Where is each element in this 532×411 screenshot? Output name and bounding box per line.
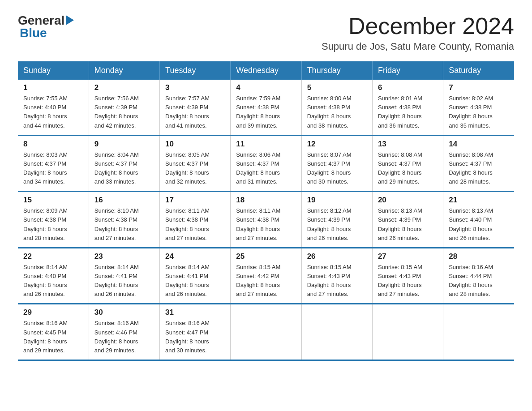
calendar-cell: 31 Sunrise: 8:16 AMSunset: 4:47 PMDaylig… — [160, 304, 231, 360]
day-info: Sunrise: 8:02 AMSunset: 4:38 PMDaylight:… — [449, 94, 509, 130]
day-number: 21 — [449, 196, 509, 205]
day-info: Sunrise: 8:07 AMSunset: 4:37 PMDaylight:… — [307, 150, 367, 187]
week-row-3: 15 Sunrise: 8:09 AMSunset: 4:38 PMDaylig… — [18, 192, 514, 248]
day-number: 23 — [94, 252, 154, 261]
calendar-cell: 7 Sunrise: 8:02 AMSunset: 4:38 PMDayligh… — [443, 80, 514, 135]
col-tuesday: Tuesday — [160, 61, 231, 80]
col-thursday: Thursday — [301, 61, 372, 80]
day-info: Sunrise: 8:06 AMSunset: 4:37 PMDaylight:… — [236, 150, 296, 187]
day-number: 4 — [236, 83, 296, 92]
logo-arrow-icon — [66, 15, 74, 27]
calendar-cell: 21 Sunrise: 8:13 AMSunset: 4:40 PMDaylig… — [443, 192, 514, 248]
month-year-heading: December 2024 — [322, 13, 514, 39]
day-number: 10 — [165, 140, 225, 149]
calendar-cell: 30 Sunrise: 8:16 AMSunset: 4:46 PMDaylig… — [89, 304, 159, 360]
calendar-cell: 12 Sunrise: 8:07 AMSunset: 4:37 PMDaylig… — [301, 135, 372, 192]
col-saturday: Saturday — [443, 61, 514, 80]
day-info: Sunrise: 8:09 AMSunset: 4:38 PMDaylight:… — [23, 206, 83, 243]
week-row-1: 1 Sunrise: 7:55 AMSunset: 4:40 PMDayligh… — [18, 80, 514, 135]
calendar-cell — [301, 304, 372, 360]
day-number: 31 — [165, 308, 225, 317]
day-number: 5 — [307, 83, 367, 92]
day-info: Sunrise: 8:12 AMSunset: 4:39 PMDaylight:… — [307, 206, 367, 243]
calendar-cell: 19 Sunrise: 8:12 AMSunset: 4:39 PMDaylig… — [301, 192, 372, 248]
day-info: Sunrise: 8:10 AMSunset: 4:38 PMDaylight:… — [94, 206, 154, 243]
day-info: Sunrise: 8:08 AMSunset: 4:37 PMDaylight:… — [378, 150, 438, 187]
calendar-header-row: Sunday Monday Tuesday Wednesday Thursday… — [18, 61, 514, 80]
day-number: 24 — [165, 252, 225, 261]
col-sunday: Sunday — [18, 61, 89, 80]
day-info: Sunrise: 8:04 AMSunset: 4:37 PMDaylight:… — [94, 150, 154, 187]
page-header: General Blue December 2024 Supuru de Jos… — [18, 13, 514, 52]
calendar-cell: 1 Sunrise: 7:55 AMSunset: 4:40 PMDayligh… — [18, 80, 89, 135]
day-number: 7 — [449, 83, 509, 92]
calendar-cell: 8 Sunrise: 8:03 AMSunset: 4:37 PMDayligh… — [18, 135, 89, 192]
day-info: Sunrise: 8:00 AMSunset: 4:38 PMDaylight:… — [307, 94, 367, 130]
col-monday: Monday — [89, 61, 159, 80]
day-number: 6 — [378, 83, 438, 92]
day-info: Sunrise: 7:59 AMSunset: 4:38 PMDaylight:… — [236, 94, 296, 130]
calendar-cell: 20 Sunrise: 8:13 AMSunset: 4:39 PMDaylig… — [372, 192, 443, 248]
logo: General Blue — [18, 13, 74, 40]
day-info: Sunrise: 8:15 AMSunset: 4:43 PMDaylight:… — [378, 263, 438, 299]
day-info: Sunrise: 8:03 AMSunset: 4:37 PMDaylight:… — [23, 150, 83, 187]
calendar-cell: 9 Sunrise: 8:04 AMSunset: 4:37 PMDayligh… — [89, 135, 159, 192]
day-info: Sunrise: 8:13 AMSunset: 4:39 PMDaylight:… — [378, 206, 438, 243]
day-number: 9 — [94, 140, 154, 149]
day-info: Sunrise: 8:16 AMSunset: 4:46 PMDaylight:… — [94, 319, 154, 355]
calendar-cell: 3 Sunrise: 7:57 AMSunset: 4:39 PMDayligh… — [160, 80, 231, 135]
calendar-cell: 2 Sunrise: 7:56 AMSunset: 4:39 PMDayligh… — [89, 80, 159, 135]
day-number: 15 — [23, 196, 83, 205]
day-number: 13 — [378, 140, 438, 149]
day-number: 16 — [94, 196, 154, 205]
day-info: Sunrise: 8:13 AMSunset: 4:40 PMDaylight:… — [449, 206, 509, 243]
location-text: Supuru de Jos, Satu Mare County, Romania — [322, 41, 514, 52]
calendar-cell — [443, 304, 514, 360]
calendar-cell: 11 Sunrise: 8:06 AMSunset: 4:37 PMDaylig… — [231, 135, 301, 192]
calendar-cell — [231, 304, 301, 360]
calendar-cell: 24 Sunrise: 8:14 AMSunset: 4:41 PMDaylig… — [160, 248, 231, 304]
day-number: 18 — [236, 196, 296, 205]
day-info: Sunrise: 8:08 AMSunset: 4:37 PMDaylight:… — [449, 150, 509, 187]
day-info: Sunrise: 8:15 AMSunset: 4:42 PMDaylight:… — [236, 263, 296, 299]
day-info: Sunrise: 8:16 AMSunset: 4:47 PMDaylight:… — [165, 319, 225, 355]
calendar-cell: 18 Sunrise: 8:11 AMSunset: 4:38 PMDaylig… — [231, 192, 301, 248]
calendar-cell: 25 Sunrise: 8:15 AMSunset: 4:42 PMDaylig… — [231, 248, 301, 304]
calendar-cell: 4 Sunrise: 7:59 AMSunset: 4:38 PMDayligh… — [231, 80, 301, 135]
col-friday: Friday — [372, 61, 443, 80]
calendar-cell: 17 Sunrise: 8:11 AMSunset: 4:38 PMDaylig… — [160, 192, 231, 248]
calendar-cell: 29 Sunrise: 8:16 AMSunset: 4:45 PMDaylig… — [18, 304, 89, 360]
day-number: 2 — [94, 83, 154, 92]
calendar-cell: 26 Sunrise: 8:15 AMSunset: 4:43 PMDaylig… — [301, 248, 372, 304]
title-block: December 2024 Supuru de Jos, Satu Mare C… — [322, 13, 514, 52]
logo-blue-text: Blue — [20, 26, 47, 40]
svg-marker-0 — [66, 15, 74, 25]
day-info: Sunrise: 7:56 AMSunset: 4:39 PMDaylight:… — [94, 94, 154, 130]
day-info: Sunrise: 8:16 AMSunset: 4:44 PMDaylight:… — [449, 263, 509, 299]
week-row-2: 8 Sunrise: 8:03 AMSunset: 4:37 PMDayligh… — [18, 135, 514, 192]
calendar-cell: 28 Sunrise: 8:16 AMSunset: 4:44 PMDaylig… — [443, 248, 514, 304]
calendar-cell: 6 Sunrise: 8:01 AMSunset: 4:38 PMDayligh… — [372, 80, 443, 135]
calendar-cell: 27 Sunrise: 8:15 AMSunset: 4:43 PMDaylig… — [372, 248, 443, 304]
calendar-cell: 13 Sunrise: 8:08 AMSunset: 4:37 PMDaylig… — [372, 135, 443, 192]
day-info: Sunrise: 8:15 AMSunset: 4:43 PMDaylight:… — [307, 263, 367, 299]
calendar-cell: 10 Sunrise: 8:05 AMSunset: 4:37 PMDaylig… — [160, 135, 231, 192]
day-number: 26 — [307, 252, 367, 261]
day-number: 22 — [23, 252, 83, 261]
day-number: 30 — [94, 308, 154, 317]
day-info: Sunrise: 7:55 AMSunset: 4:40 PMDaylight:… — [23, 94, 83, 130]
day-info: Sunrise: 8:14 AMSunset: 4:41 PMDaylight:… — [165, 263, 225, 299]
day-number: 17 — [165, 196, 225, 205]
day-number: 3 — [165, 83, 225, 92]
calendar-cell: 23 Sunrise: 8:14 AMSunset: 4:41 PMDaylig… — [89, 248, 159, 304]
day-number: 28 — [449, 252, 509, 261]
week-row-4: 22 Sunrise: 8:14 AMSunset: 4:40 PMDaylig… — [18, 248, 514, 304]
calendar-cell: 22 Sunrise: 8:14 AMSunset: 4:40 PMDaylig… — [18, 248, 89, 304]
day-number: 20 — [378, 196, 438, 205]
day-info: Sunrise: 8:11 AMSunset: 4:38 PMDaylight:… — [165, 206, 225, 243]
day-number: 8 — [23, 140, 83, 149]
day-number: 25 — [236, 252, 296, 261]
day-number: 27 — [378, 252, 438, 261]
calendar-cell — [372, 304, 443, 360]
day-info: Sunrise: 8:01 AMSunset: 4:38 PMDaylight:… — [378, 94, 438, 130]
